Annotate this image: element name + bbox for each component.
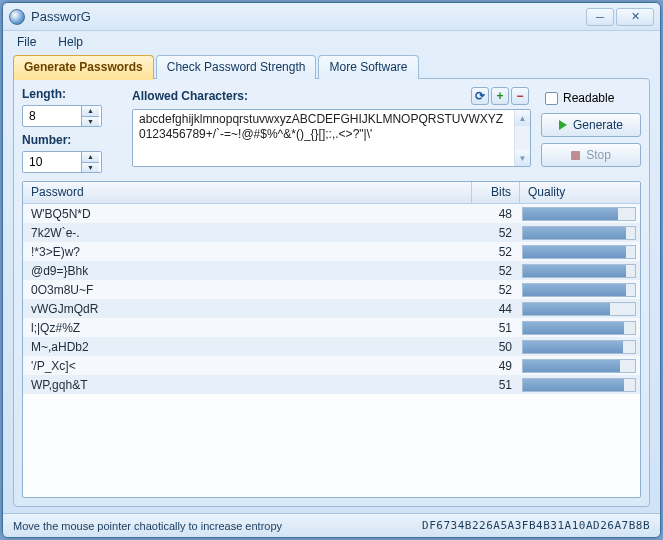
- allowed-chars-text[interactable]: abcdefghijklmnopqrstuvwxyzABCDEFGHIJKLMN…: [133, 110, 514, 166]
- allowed-chars-box[interactable]: abcdefghijklmnopqrstuvwxyzABCDEFGHIJKLMN…: [132, 109, 531, 167]
- quality-bar: [522, 359, 636, 373]
- number-input[interactable]: [23, 152, 81, 172]
- col-header-bits[interactable]: Bits: [472, 182, 520, 203]
- quality-bar: [522, 245, 636, 259]
- titlebar: PassworG ─ ✕: [3, 3, 660, 31]
- table-row[interactable]: @d9=}Bhk52: [23, 261, 640, 280]
- quality-fill: [523, 208, 618, 220]
- cell-bits: 51: [472, 319, 520, 337]
- stop-button-label: Stop: [586, 148, 611, 162]
- table-row[interactable]: '/P_Xc]<49: [23, 356, 640, 375]
- table-row[interactable]: M~,aHDb250: [23, 337, 640, 356]
- quality-fill: [523, 246, 626, 258]
- table-row[interactable]: W'BQ5N*D48: [23, 204, 640, 223]
- cell-bits: 52: [472, 281, 520, 299]
- table-row[interactable]: 7k2W`e-.52: [23, 223, 640, 242]
- scroll-up-icon[interactable]: ▲: [515, 110, 530, 126]
- quality-bar: [522, 302, 636, 316]
- quality-bar: [522, 264, 636, 278]
- table-row[interactable]: vWGJmQdR44: [23, 299, 640, 318]
- cell-quality: [520, 243, 640, 261]
- scroll-track[interactable]: [515, 126, 530, 150]
- cell-quality: [520, 262, 640, 280]
- length-spinner[interactable]: ▲ ▼: [22, 105, 102, 127]
- readable-option[interactable]: Readable: [541, 89, 641, 107]
- menu-bar: File Help: [3, 31, 660, 55]
- quality-bar: [522, 340, 636, 354]
- menu-file[interactable]: File: [13, 33, 40, 51]
- reset-chars-icon[interactable]: ⟳: [471, 87, 489, 105]
- cell-password: @d9=}Bhk: [23, 262, 472, 280]
- close-button[interactable]: ✕: [616, 8, 654, 26]
- cell-quality: [520, 376, 640, 394]
- length-input[interactable]: [23, 106, 81, 126]
- play-icon: [559, 120, 567, 130]
- length-spin-down[interactable]: ▼: [82, 117, 99, 127]
- cell-password: '/P_Xc]<: [23, 357, 472, 375]
- generate-button[interactable]: Generate: [541, 113, 641, 137]
- quality-fill: [523, 341, 623, 353]
- cell-bits: 52: [472, 224, 520, 242]
- length-label: Length:: [22, 87, 122, 101]
- col-header-quality[interactable]: Quality: [520, 182, 640, 203]
- scroll-down-icon[interactable]: ▼: [515, 150, 530, 166]
- quality-fill: [523, 265, 626, 277]
- minimize-button[interactable]: ─: [586, 8, 614, 26]
- cell-bits: 52: [472, 243, 520, 261]
- number-spinner[interactable]: ▲ ▼: [22, 151, 102, 173]
- cell-quality: [520, 319, 640, 337]
- table-row[interactable]: !*3>E)w?52: [23, 242, 640, 261]
- allowed-label: Allowed Characters:: [132, 89, 248, 103]
- cell-password: WP,gqh&T: [23, 376, 472, 394]
- quality-fill: [523, 227, 626, 239]
- menu-help[interactable]: Help: [54, 33, 87, 51]
- cell-password: 7k2W`e-.: [23, 224, 472, 242]
- cell-bits: 51: [472, 376, 520, 394]
- remove-chars-icon[interactable]: −: [511, 87, 529, 105]
- cell-bits: 44: [472, 300, 520, 318]
- tab-panel-generate: Length: ▲ ▼ Number: ▲: [13, 78, 650, 507]
- cell-password: l;|Qz#%Z: [23, 319, 472, 337]
- table-row[interactable]: 0O3m8U~F52: [23, 280, 640, 299]
- quality-bar: [522, 378, 636, 392]
- cell-quality: [520, 224, 640, 242]
- stop-icon: [571, 151, 580, 160]
- number-spin-down[interactable]: ▼: [82, 163, 99, 173]
- cell-password: vWGJmQdR: [23, 300, 472, 318]
- tab-generate[interactable]: Generate Passwords: [13, 55, 154, 79]
- cell-quality: [520, 281, 640, 299]
- cell-bits: 52: [472, 262, 520, 280]
- tab-generate-label: Generate Passwords: [24, 60, 143, 74]
- number-label: Number:: [22, 133, 122, 147]
- stop-button[interactable]: Stop: [541, 143, 641, 167]
- table-row[interactable]: l;|Qz#%Z51: [23, 318, 640, 337]
- cell-quality: [520, 357, 640, 375]
- tab-check-strength[interactable]: Check Password Strength: [156, 55, 317, 79]
- tab-check-label: Check Password Strength: [167, 60, 306, 74]
- quality-fill: [523, 303, 610, 315]
- quality-fill: [523, 360, 620, 372]
- tab-more-software[interactable]: More Software: [318, 55, 418, 79]
- cell-bits: 49: [472, 357, 520, 375]
- cell-bits: 50: [472, 338, 520, 356]
- tab-more-label: More Software: [329, 60, 407, 74]
- table-row[interactable]: WP,gqh&T51: [23, 375, 640, 394]
- window-title: PassworG: [31, 9, 91, 24]
- cell-quality: [520, 205, 640, 223]
- readable-checkbox[interactable]: [545, 92, 558, 105]
- allowed-scrollbar[interactable]: ▲ ▼: [514, 110, 530, 166]
- quality-bar: [522, 283, 636, 297]
- status-hint: Move the mouse pointer chaotically to in…: [13, 520, 282, 532]
- readable-label: Readable: [563, 91, 614, 105]
- cell-quality: [520, 300, 640, 318]
- quality-bar: [522, 321, 636, 335]
- number-spin-up[interactable]: ▲: [82, 152, 99, 163]
- length-spin-up[interactable]: ▲: [82, 106, 99, 117]
- quality-fill: [523, 379, 624, 391]
- results-body: W'BQ5N*D487k2W`e-.52!*3>E)w?52@d9=}Bhk52…: [23, 204, 640, 497]
- results-table: Password Bits Quality W'BQ5N*D487k2W`e-.…: [22, 181, 641, 498]
- quality-bar: [522, 207, 636, 221]
- app-icon: [9, 9, 25, 25]
- col-header-password[interactable]: Password: [23, 182, 472, 203]
- add-chars-icon[interactable]: +: [491, 87, 509, 105]
